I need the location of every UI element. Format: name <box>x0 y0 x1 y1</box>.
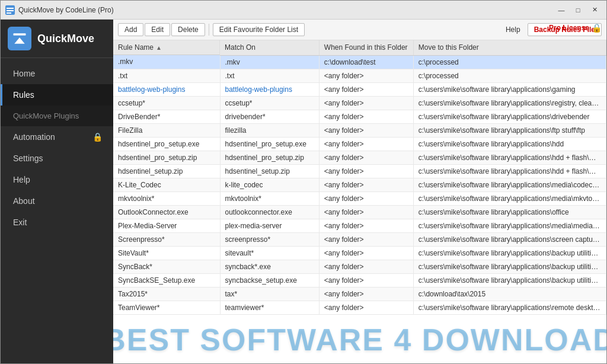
table-row[interactable]: battlelog-web-pluginsbattlelog-web-plugi… <box>113 82 606 96</box>
col-header-when-found[interactable]: When Found in this Folder <box>319 40 413 55</box>
lock-icon: 🔒 <box>92 132 103 142</box>
sidebar-item-rules-label: Rules <box>13 90 34 100</box>
watermark-overlay: BEST SOFTWARE 4 DOWNLOAD <box>113 316 606 363</box>
sidebar-item-settings-label: Settings <box>13 154 43 163</box>
sidebar-item-about-label: About <box>13 196 35 206</box>
app-icon <box>5 5 15 15</box>
table-row[interactable]: K-Lite_Codeck-lite_codec<any folder>c:\u… <box>113 178 606 191</box>
table-row[interactable]: OutlookConnector.exeoutlookconnector.exe… <box>113 205 606 219</box>
svg-marker-4 <box>14 37 25 44</box>
pro-license: Pro License 🔒 <box>549 23 602 33</box>
sidebar-item-plugins[interactable]: QuickMove Plugins <box>1 106 113 126</box>
sidebar-item-exit[interactable]: Exit <box>1 212 113 233</box>
title-bar-controls: — □ ✕ <box>554 4 602 16</box>
table-row[interactable]: mkvtoolnix*mkvtoolnix*<any folder>c:\use… <box>113 191 606 205</box>
table-row[interactable]: FileZillafilezilla<any folder>c:\users\m… <box>113 123 606 137</box>
col-header-match-on[interactable]: Match On <box>220 40 319 55</box>
sidebar-nav: Home Rules QuickMove Plugins Automation … <box>1 58 113 363</box>
toolbar-separator <box>209 24 209 36</box>
sidebar-item-home-label: Home <box>13 69 35 78</box>
svg-rect-1 <box>7 10 14 11</box>
sidebar: QuickMove Home Rules QuickMove Plugins A… <box>1 20 113 363</box>
table-row[interactable]: hdsentinel_pro_setup.exehdsentinel_pro_s… <box>113 137 606 151</box>
rules-table: Rule Name ▲ Match On When Found in this … <box>113 40 606 315</box>
sidebar-app-name: QuickMove <box>37 33 94 45</box>
lock-gold-icon: 🔒 <box>592 23 602 33</box>
sidebar-item-home[interactable]: Home <box>1 63 113 84</box>
edit-button[interactable]: Edit <box>145 23 170 36</box>
minimize-button[interactable]: — <box>554 4 568 16</box>
sidebar-item-help[interactable]: Help <box>1 169 113 190</box>
sidebar-item-rules[interactable]: Rules <box>1 84 113 106</box>
sidebar-item-automation-label: Automation <box>13 132 55 142</box>
sort-arrow-icon: ▲ <box>156 44 162 51</box>
toolbar: Add Edit Delete Edit Favourite Folder Li… <box>113 20 606 40</box>
table-row[interactable]: hdsentinel_setup.ziphdsentinel_setup.zip… <box>113 164 606 178</box>
sidebar-item-about[interactable]: About <box>1 190 113 212</box>
table-row[interactable]: .txt.txt<any folder>c:\processed <box>113 69 606 82</box>
content-area: Pro License 🔒 Add Edit Delete Edit Favou… <box>113 20 606 363</box>
table-row[interactable]: .mkv.mkvc:\download\testc:\processed <box>113 55 606 69</box>
main-window: QuickMove by CodeLine (Pro) — □ ✕ QuickM… <box>0 0 607 364</box>
title-bar-text: QuickMove by CodeLine (Pro) <box>18 6 554 14</box>
rules-table-wrapper[interactable]: Rule Name ▲ Match On When Found in this … <box>113 40 606 363</box>
table-body: .mkv.mkvc:\download\testc:\processed.txt… <box>113 55 606 314</box>
table-row[interactable]: SyncBack*syncback*.exe<any folder>c:\use… <box>113 260 606 273</box>
col-header-rule-name[interactable]: Rule Name ▲ <box>113 40 220 55</box>
sidebar-item-plugins-label: QuickMove Plugins <box>13 111 79 120</box>
table-header-row: Rule Name ▲ Match On When Found in this … <box>113 40 606 55</box>
svg-rect-2 <box>7 12 11 14</box>
table-row[interactable]: ccsetup*ccsetup*<any folder>c:\users\mik… <box>113 96 606 110</box>
table-row[interactable]: Screenpresso*screenpresso*<any folder>c:… <box>113 232 606 246</box>
close-button[interactable]: ✕ <box>587 4 602 16</box>
maximize-button[interactable]: □ <box>571 4 585 16</box>
sidebar-item-automation[interactable]: Automation 🔒 <box>1 126 113 148</box>
table-row[interactable]: TeamViewer*teamviewer*<any folder>c:\use… <box>113 301 606 314</box>
svg-rect-3 <box>14 33 26 36</box>
table-row[interactable]: Tax2015*tax*<any folder>c:\download\tax\… <box>113 287 606 301</box>
table-row[interactable]: DriveBender*drivebender*<any folder>c:\u… <box>113 110 606 123</box>
table-row[interactable]: SiteVault*sitevault*<any folder>c:\users… <box>113 246 606 260</box>
table-row[interactable]: hdsentinel_pro_setup.ziphdsentinel_pro_s… <box>113 151 606 164</box>
sidebar-header: QuickMove <box>1 20 113 58</box>
pro-license-text: Pro License <box>549 24 589 32</box>
sidebar-item-exit-label: Exit <box>13 218 27 227</box>
title-bar: QuickMove by CodeLine (Pro) — □ ✕ <box>1 1 606 20</box>
app-body: QuickMove Home Rules QuickMove Plugins A… <box>1 20 606 363</box>
sidebar-item-settings[interactable]: Settings <box>1 148 113 169</box>
sidebar-item-help-label: Help <box>13 175 30 184</box>
sidebar-logo <box>8 27 31 50</box>
fav-folder-button[interactable]: Edit Favourite Folder List <box>213 23 305 36</box>
watermark-text: BEST SOFTWARE 4 DOWNLOAD <box>113 322 606 357</box>
add-button[interactable]: Add <box>118 23 143 36</box>
svg-rect-0 <box>7 8 14 9</box>
help-button[interactable]: Help <box>500 24 526 36</box>
table-row[interactable]: SyncBackSE_Setup.exesyncbackse_setup.exe… <box>113 273 606 287</box>
col-header-move-to[interactable]: Move to this Folder <box>413 40 606 55</box>
delete-button[interactable]: Delete <box>171 23 205 36</box>
table-row[interactable]: Plex-Media-Serverplex-media-server<any f… <box>113 219 606 232</box>
